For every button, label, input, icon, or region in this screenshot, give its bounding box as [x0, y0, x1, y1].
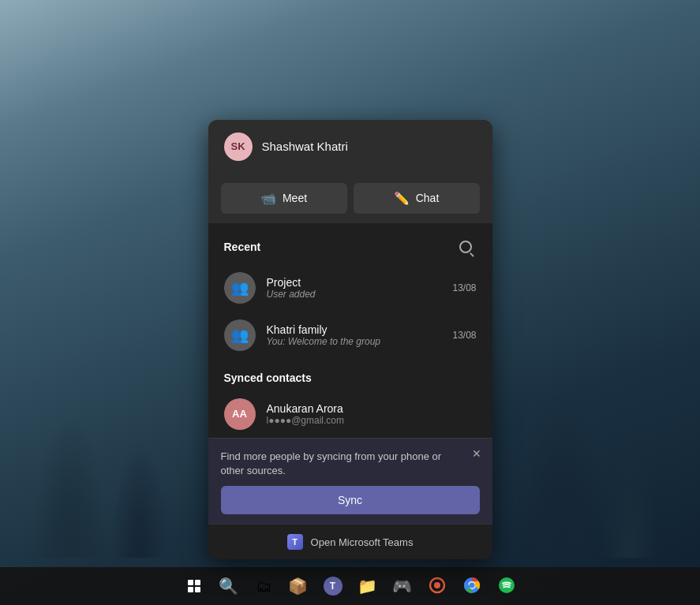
- search-recent-button[interactable]: [455, 236, 477, 258]
- recent-section-header: Recent: [208, 223, 492, 264]
- meet-label: Meet: [283, 192, 307, 204]
- file-explorer-button[interactable]: 🗂: [248, 570, 279, 602]
- khatri-family-info: Khatri family You: Welcome to the group: [267, 323, 442, 347]
- khatri-family-preview: You: Welcome to the group: [267, 336, 442, 347]
- action-buttons: 📹 Meet ✏️ Chat: [208, 174, 492, 223]
- project-time: 13/08: [452, 282, 476, 293]
- khatri-family-time: 13/08: [452, 330, 476, 341]
- banner-text: Find more people by syncing from your ph…: [221, 450, 480, 478]
- spotify-icon: [498, 577, 515, 596]
- synced-contacts-title: Synced contacts: [224, 372, 312, 384]
- settings-icon: [429, 577, 446, 596]
- project-info: Project User added: [267, 276, 442, 300]
- recent-title: Recent: [224, 241, 261, 253]
- folder-icon: 📁: [357, 578, 377, 594]
- search-button[interactable]: 🔍: [213, 570, 245, 602]
- spotify-button[interactable]: [491, 570, 522, 602]
- xbox-icon: 🎮: [392, 578, 412, 594]
- svg-point-1: [434, 582, 440, 588]
- anukaran-avatar: AA: [224, 398, 256, 430]
- khatri-family-avatar: 👥: [224, 319, 256, 351]
- synced-contacts-section-header: Synced contacts: [208, 359, 492, 390]
- teams-logo: T: [287, 534, 303, 550]
- store-icon: 📦: [288, 578, 308, 594]
- user-avatar: SK: [224, 133, 253, 161]
- contact-item-anukaran[interactable]: AA Anukaran Arora l●●●●@gmail.com: [208, 390, 492, 438]
- taskbar: 🔍 🗂 📦 T 📁 🎮: [0, 567, 700, 605]
- khatri-family-name: Khatri family: [267, 323, 442, 336]
- meet-icon: 📹: [260, 191, 276, 206]
- user-name: Shashwat Khatri: [262, 140, 348, 153]
- panel-header: SK Shashwat Khatri: [208, 120, 492, 174]
- open-teams-button[interactable]: T Open Microsoft Teams: [208, 524, 492, 559]
- notification-banner: ✕ Find more people by syncing from your …: [208, 438, 492, 524]
- xbox-button[interactable]: 🎮: [387, 570, 418, 602]
- chat-label: Chat: [416, 192, 440, 204]
- chat-item-project[interactable]: 👥 Project User added 13/08: [208, 264, 492, 312]
- chrome-icon: [463, 577, 481, 596]
- banner-close-button[interactable]: ✕: [472, 448, 481, 459]
- chrome-button[interactable]: [456, 570, 488, 602]
- group-icon-2: 👥: [231, 327, 249, 344]
- anukaran-info: Anukaran Arora l●●●●@gmail.com: [267, 402, 477, 426]
- folder-button[interactable]: 📁: [352, 570, 384, 602]
- settings-button[interactable]: [421, 570, 453, 602]
- chat-item-khatri-family[interactable]: 👥 Khatri family You: Welcome to the grou…: [208, 312, 492, 359]
- group-icon: 👥: [231, 279, 249, 297]
- windows-icon: [188, 580, 200, 592]
- chat-icon: ✏️: [394, 191, 410, 206]
- search-icon: 🔍: [219, 578, 238, 594]
- svg-point-5: [499, 577, 515, 593]
- chat-button[interactable]: ✏️ Chat: [354, 183, 480, 214]
- teams-icon: T: [324, 577, 343, 596]
- meet-button[interactable]: 📹 Meet: [221, 183, 347, 214]
- project-preview: User added: [267, 289, 442, 300]
- panel-content: Recent 👥 Project User added 13/08: [208, 223, 492, 524]
- teams-panel: SK Shashwat Khatri 📹 Meet ✏️ Chat Recent…: [208, 120, 492, 559]
- sync-button[interactable]: Sync: [221, 486, 480, 514]
- file-explorer-icon: 🗂: [256, 578, 271, 594]
- anukaran-name: Anukaran Arora: [267, 402, 477, 415]
- search-icon: [459, 241, 472, 253]
- teams-taskbar-button[interactable]: T: [317, 570, 349, 602]
- project-avatar: 👥: [224, 272, 256, 304]
- open-teams-label: Open Microsoft Teams: [311, 536, 414, 548]
- svg-point-4: [469, 582, 474, 588]
- store-button[interactable]: 📦: [283, 570, 314, 602]
- anukaran-email: l●●●●@gmail.com: [267, 415, 477, 426]
- start-button[interactable]: [178, 570, 210, 602]
- project-name: Project: [267, 276, 442, 289]
